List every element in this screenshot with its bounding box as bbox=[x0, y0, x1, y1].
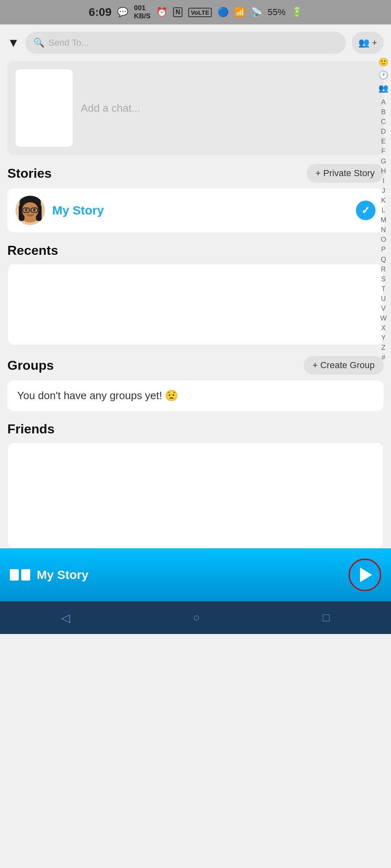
back-button[interactable]: ◁ bbox=[61, 611, 70, 625]
svg-point-11 bbox=[25, 209, 27, 211]
bluetooth-icon: 🔵 bbox=[218, 7, 229, 18]
android-nav-bar: ◁ ○ □ bbox=[0, 601, 391, 634]
story-icon-box: My Story bbox=[10, 568, 89, 582]
whatsapp-icon: 💬 bbox=[117, 7, 128, 18]
create-group-button[interactable]: + Create Group bbox=[304, 356, 384, 375]
story-page-2 bbox=[21, 569, 30, 581]
alpha-P[interactable]: P bbox=[378, 245, 389, 254]
avatar-svg bbox=[16, 196, 45, 225]
bottom-story-bar: My Story bbox=[0, 548, 391, 601]
my-story-name: My Story bbox=[52, 203, 349, 217]
story-page-1 bbox=[10, 569, 19, 581]
alarm-icon: ⏰ bbox=[156, 7, 167, 18]
volte-icon: VoLTE bbox=[188, 8, 211, 17]
play-button[interactable] bbox=[349, 559, 381, 591]
home-button[interactable]: ○ bbox=[193, 611, 200, 624]
alpha-N[interactable]: N bbox=[378, 225, 389, 234]
play-triangle-icon bbox=[360, 568, 372, 582]
add-chat-text: Add a chat... bbox=[81, 102, 140, 115]
alpha-L[interactable]: L bbox=[378, 206, 389, 215]
data-icon: 001KB/S bbox=[134, 4, 151, 20]
groups-title: Groups bbox=[7, 358, 54, 373]
my-story-item[interactable]: My Story ✓ bbox=[7, 188, 384, 232]
alpha-G[interactable]: G bbox=[378, 157, 389, 166]
alpha-K[interactable]: K bbox=[378, 196, 389, 205]
emoji-sidebar-icon[interactable]: 🙂 bbox=[378, 57, 389, 67]
alphabet-sidebar: 🙂 🕐 👥 A B C D E F G H I J K L M N O P Q … bbox=[378, 57, 391, 362]
search-placeholder: Send To... bbox=[49, 38, 89, 48]
wifi-icon: 📶 bbox=[234, 7, 245, 18]
alpha-E[interactable]: E bbox=[378, 137, 389, 146]
svg-point-13 bbox=[27, 214, 33, 216]
alpha-R[interactable]: R bbox=[378, 265, 389, 274]
battery-icon: 🔋 bbox=[291, 7, 302, 18]
people-sidebar-icon[interactable]: 👥 bbox=[378, 83, 389, 93]
alpha-Y[interactable]: Y bbox=[378, 334, 389, 342]
alpha-O[interactable]: O bbox=[378, 235, 389, 244]
add-chat-box[interactable]: Add a chat... bbox=[7, 61, 384, 155]
alpha-Q[interactable]: Q bbox=[378, 255, 389, 264]
nfc-icon: N bbox=[173, 7, 183, 17]
stories-title: Stories bbox=[7, 166, 51, 181]
groups-empty-message: You don't have any groups yet! 😟 bbox=[7, 380, 384, 411]
recents-button[interactable]: □ bbox=[323, 611, 330, 624]
signal-icon: 📡 bbox=[251, 7, 262, 18]
groups-section-header: Groups + Create Group bbox=[7, 356, 384, 375]
groups-empty-text: You don't have any groups yet! 😟 bbox=[17, 389, 178, 402]
add-friends-icon: 👥 bbox=[358, 38, 369, 48]
alpha-V[interactable]: V bbox=[378, 304, 389, 313]
main-content: ▼ 🔍 Send To... 👥 + Add a chat... Stories… bbox=[0, 24, 391, 548]
add-friends-plus: + bbox=[372, 38, 377, 48]
search-bar[interactable]: 🔍 Send To... bbox=[25, 32, 346, 54]
recents-title: Recents bbox=[7, 243, 58, 258]
bottom-story-name: My Story bbox=[37, 568, 89, 582]
recents-box bbox=[7, 264, 384, 345]
svg-point-12 bbox=[33, 209, 36, 211]
chat-avatar-placeholder bbox=[16, 69, 73, 147]
search-icon: 🔍 bbox=[33, 38, 44, 48]
chevron-down-button[interactable]: ▼ bbox=[7, 36, 20, 50]
alpha-S[interactable]: S bbox=[378, 275, 389, 284]
alpha-H[interactable]: H bbox=[378, 167, 389, 176]
alpha-J[interactable]: J bbox=[378, 186, 389, 195]
private-story-button[interactable]: + Private Story bbox=[307, 164, 384, 183]
battery-level: 55% bbox=[268, 7, 286, 18]
alpha-M[interactable]: M bbox=[378, 216, 389, 225]
header-row: ▼ 🔍 Send To... 👥 + bbox=[7, 32, 384, 54]
status-bar-content: 6:09 💬 001KB/S ⏰ N VoLTE 🔵 📶 📡 55% 🔋 bbox=[89, 4, 302, 20]
check-circle: ✓ bbox=[356, 201, 375, 220]
friends-title: Friends bbox=[7, 422, 55, 437]
stories-section-header: Stories + Private Story bbox=[7, 164, 384, 183]
status-bar: 6:09 💬 001KB/S ⏰ N VoLTE 🔵 📶 📡 55% 🔋 bbox=[0, 0, 391, 24]
alpha-T[interactable]: T bbox=[378, 285, 389, 294]
alpha-X[interactable]: X bbox=[378, 324, 389, 333]
alpha-C[interactable]: C bbox=[378, 117, 389, 126]
friends-box bbox=[7, 442, 384, 548]
alpha-A[interactable]: A bbox=[378, 98, 389, 107]
add-friends-button[interactable]: 👥 + bbox=[352, 32, 384, 54]
alpha-Z[interactable]: Z bbox=[378, 343, 389, 352]
alpha-B[interactable]: B bbox=[378, 108, 389, 117]
avatar bbox=[16, 196, 45, 225]
alpha-I[interactable]: I bbox=[378, 177, 389, 186]
status-time: 6:09 bbox=[89, 6, 111, 19]
friends-section-header: Friends bbox=[7, 422, 384, 437]
alpha-D[interactable]: D bbox=[378, 127, 389, 136]
clock-sidebar-icon[interactable]: 🕐 bbox=[378, 70, 389, 80]
alpha-U[interactable]: U bbox=[378, 294, 389, 303]
story-pages-icon bbox=[10, 569, 30, 581]
alpha-W[interactable]: W bbox=[378, 314, 389, 323]
alpha-F[interactable]: F bbox=[378, 147, 389, 156]
recents-section-header: Recents bbox=[7, 243, 384, 258]
alpha-hash[interactable]: # bbox=[378, 353, 389, 362]
